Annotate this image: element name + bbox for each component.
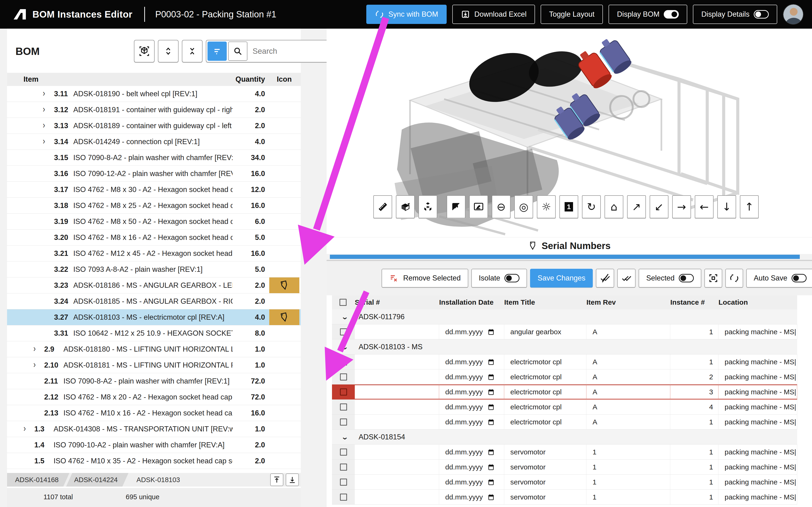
auto-save-switch[interactable]: [792, 274, 807, 282]
search-input[interactable]: [249, 47, 336, 56]
display-bom-switch[interactable]: [664, 10, 679, 18]
chevron-right-icon[interactable]: ›: [43, 120, 45, 130]
refresh-button[interactable]: [725, 269, 743, 288]
calendar-icon[interactable]: [488, 493, 495, 501]
orbit-button[interactable]: ↻: [582, 195, 601, 218]
calendar-icon[interactable]: [488, 418, 495, 426]
measure-button[interactable]: [373, 195, 392, 218]
bom-row[interactable]: 1.5ISO 4762 - M10 x 35 - A2 - Hexagon so…: [7, 453, 301, 469]
render-annotation-button[interactable]: [469, 195, 488, 218]
row-checkbox[interactable]: [340, 388, 347, 396]
serial-row[interactable]: dd.mm.yyyyservomotor11packing machine - …: [332, 445, 797, 460]
selected-toggle[interactable]: Selected: [639, 269, 701, 288]
bom-row[interactable]: ›3.13ADSK-018189 - container with guidew…: [7, 118, 301, 134]
download-excel-button[interactable]: Download Excel: [452, 5, 535, 24]
isolate-toggle[interactable]: Isolate: [471, 269, 527, 288]
serial-number-input[interactable]: [355, 354, 439, 370]
display-details-toggle[interactable]: Display Details: [693, 5, 777, 24]
serial-row[interactable]: dd.mm.yyyyelectricmotor cplA2packing mac…: [332, 370, 797, 385]
row-checkbox[interactable]: [340, 374, 347, 381]
serial-number-input[interactable]: [355, 414, 439, 430]
bom-row[interactable]: 2.11ISO 7090-8-A2 - plain washer with ch…: [7, 373, 301, 389]
bom-row[interactable]: 3.23ADSK-018186 - MS - ANGULAR GEARBOX -…: [7, 277, 301, 293]
serial-group-row[interactable]: ⌄ADSK-018103 - MS: [332, 339, 797, 354]
row-checkbox[interactable]: [340, 328, 347, 335]
bom-row[interactable]: 3.31ISO 10642 - M12 x 25 10.9 - HEXAGON …: [7, 325, 301, 341]
serial-number-input[interactable]: [355, 474, 439, 490]
row-checkbox[interactable]: [340, 418, 347, 426]
filter-button[interactable]: [207, 42, 227, 61]
installation-date-input[interactable]: dd.mm.yyyy: [439, 474, 504, 490]
serial-row[interactable]: dd.mm.yyyyservomotor11packing machine - …: [332, 460, 797, 474]
serial-number-input[interactable]: [355, 399, 439, 414]
pan-up-right-button[interactable]: ↗: [627, 195, 646, 218]
installation-date-input[interactable]: dd.mm.yyyy: [439, 399, 504, 414]
serial-row[interactable]: dd.mm.yyyyangular gearboxA1packing machi…: [332, 324, 797, 339]
serial-number-input[interactable]: [355, 490, 439, 505]
pan-up-button[interactable]: ↑: [740, 195, 759, 218]
isolate-switch[interactable]: [504, 274, 519, 282]
home-button[interactable]: ⌂: [605, 195, 623, 218]
bom-row[interactable]: 3.18ISO 4762 - M8 x 25 - A2 - Hexagon so…: [7, 198, 301, 214]
calendar-icon[interactable]: [488, 358, 495, 366]
calendar-icon[interactable]: [488, 388, 495, 396]
pan-left-button[interactable]: ←: [695, 195, 714, 218]
serial-group-row[interactable]: ⌄ADSK-011796: [332, 309, 797, 324]
bom-row[interactable]: ›1.3ADSK-014308 - MS - TRANSPORTATION UN…: [7, 421, 301, 437]
breadcrumb[interactable]: ADSK-018103: [129, 473, 191, 487]
chevron-right-icon[interactable]: ›: [23, 423, 26, 434]
chevron-down-icon[interactable]: ⌄: [341, 313, 349, 321]
bom-row[interactable]: 3.21ISO 4762 - M12 x 45 - A2 - Hexagon s…: [7, 245, 301, 262]
user-avatar[interactable]: [783, 4, 804, 25]
serial-row[interactable]: dd.mm.yyyyservomotor11packing machine - …: [332, 490, 797, 505]
brightness-button[interactable]: ☼: [537, 195, 556, 218]
display-details-switch[interactable]: [754, 10, 769, 18]
serial-number-input[interactable]: [355, 370, 439, 385]
display-bom-toggle[interactable]: Display BOM: [609, 5, 687, 24]
installation-date-input[interactable]: dd.mm.yyyy: [439, 460, 504, 474]
chevron-right-icon[interactable]: ›: [43, 104, 45, 114]
fit-selection-button[interactable]: [704, 269, 722, 288]
chevron-right-icon[interactable]: ›: [43, 88, 45, 98]
installation-date-input[interactable]: dd.mm.yyyy: [439, 324, 504, 339]
installation-date-input[interactable]: dd.mm.yyyy: [439, 354, 504, 370]
serial-number-input[interactable]: [355, 445, 439, 460]
bom-row[interactable]: 3.22ISO 7093 A-8-A2 - plain washer [REV:…: [7, 262, 301, 277]
bom-row[interactable]: 1.4ISO 7090-10-A2 - plain washer with ch…: [7, 437, 301, 453]
serial-row[interactable]: dd.mm.yyyyelectricmotor cplA1packing mac…: [332, 354, 797, 370]
bom-row[interactable]: 2.13ISO 4762 - M10 x 16 - A2 - Hexagon s…: [7, 405, 301, 421]
scroll-to-bottom-button[interactable]: [286, 473, 299, 486]
collapse-all-button[interactable]: [182, 40, 203, 62]
pan-down-left-button[interactable]: ↙: [650, 195, 668, 218]
pan-right-button[interactable]: →: [672, 195, 691, 218]
calendar-icon[interactable]: [488, 373, 495, 381]
expand-all-button[interactable]: [158, 40, 179, 62]
section-box-button[interactable]: [396, 195, 415, 218]
bom-row[interactable]: 3.15ISO 7090-8-A2 - plain washer with ch…: [7, 150, 301, 166]
bom-row[interactable]: ›3.14ADSK-014249 - connection cpl [REV:1…: [7, 134, 301, 150]
bom-row[interactable]: ›3.11ADSK-018190 - belt wheel cpl [REV:1…: [7, 86, 301, 102]
selected-switch[interactable]: [679, 274, 694, 282]
serial-row-alert[interactable]: dd.mm.yyyyelectricmotor cplA3packing mac…: [332, 385, 797, 399]
chevron-right-icon[interactable]: ›: [33, 343, 36, 354]
uncheck-all-button[interactable]: [596, 269, 614, 288]
chevron-right-icon[interactable]: ›: [43, 136, 45, 146]
bom-row[interactable]: 3.27ADSK-018103 - MS - electricmotor cpl…: [7, 309, 301, 325]
explode-model-button[interactable]: [418, 195, 437, 218]
visibility-button[interactable]: ◎: [514, 195, 533, 218]
breadcrumb[interactable]: ADSK-014224: [66, 473, 128, 487]
select-all-checkbox[interactable]: [340, 299, 347, 306]
check-all-button[interactable]: [617, 269, 636, 288]
sync-with-bom-button[interactable]: Sync with BOM: [366, 5, 447, 24]
bom-row[interactable]: ›2.9ADSK-018180 - MS - LIFTING UNIT HORI…: [7, 341, 301, 357]
serial-row[interactable]: dd.mm.yyyyelectricmotor cplA1packing mac…: [332, 414, 797, 430]
serial-row[interactable]: dd.mm.yyyyelectricmotor cplA4packing mac…: [332, 399, 797, 414]
bom-row[interactable]: 3.17ISO 4762 - M8 x 30 - A2 - Hexagon so…: [7, 182, 301, 198]
bom-row[interactable]: 3.24ADSK-018185 - MS - ANGULAR GEARBOX -…: [7, 293, 301, 309]
bom-row[interactable]: 3.19ISO 4762 - M8 x 50 - A2 - Hexagon so…: [7, 214, 301, 230]
installation-date-input[interactable]: dd.mm.yyyy: [439, 370, 504, 385]
row-checkbox[interactable]: [340, 463, 347, 471]
calendar-icon[interactable]: [488, 328, 495, 336]
installation-date-input[interactable]: dd.mm.yyyy: [439, 445, 504, 460]
bom-row[interactable]: 3.20ISO 4762 - M8 x 16 - A2 - Hexagon so…: [7, 230, 301, 245]
